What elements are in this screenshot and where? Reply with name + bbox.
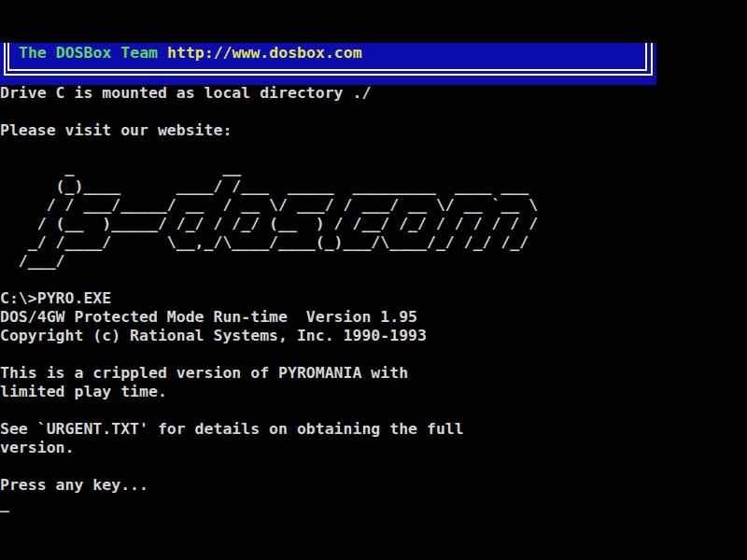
jsdos-ascii-logo: _ __ (_)____ ____/ /___ _____ _________ …: [0, 159, 747, 271]
press-any-key-line: Press any key...: [0, 476, 747, 495]
copyright-line: Copyright (c) Rational Systems, Inc. 199…: [0, 327, 747, 345]
dosbox-terminal-screen[interactable]: The DOSBox Teamhttp://www.dosbox.com Dri…: [0, 0, 747, 560]
urgent-txt-line-2: version.: [0, 439, 747, 457]
terminal-cursor: _: [0, 495, 747, 513]
blank-row: [0, 457, 747, 476]
dosbox-welcome-banner: The DOSBox Teamhttp://www.dosbox.com: [0, 43, 656, 85]
blank-row: [0, 140, 747, 159]
banner-border-bottom-inner: [9, 69, 647, 71]
blank-row: [0, 271, 747, 289]
dosbox-team-label: The DOSBox Team: [19, 44, 158, 62]
banner-border-bottom-outer: [4, 74, 653, 76]
banner-text: The DOSBox Teamhttp://www.dosbox.com: [19, 44, 362, 63]
crippled-version-line-2: limited play time.: [0, 383, 747, 401]
banner-border-left-outer: [4, 43, 6, 76]
crippled-version-line-1: This is a crippled version of PYROMANIA …: [0, 364, 747, 383]
blank-row: [0, 345, 747, 364]
blank-row: [0, 103, 747, 121]
command-prompt-line: C:\>PYRO.EXE: [0, 289, 747, 308]
terminal-output: Drive C is mounted as local directory ./…: [0, 84, 747, 513]
website-message: Please visit our website:: [0, 121, 747, 140]
blank-row: [0, 401, 747, 420]
urgent-txt-line-1: See `URGENT.TXT' for details on obtainin…: [0, 420, 747, 439]
banner-border-left-inner: [7, 43, 9, 71]
mount-message: Drive C is mounted as local directory ./: [0, 84, 747, 103]
banner-border-right-inner: [645, 43, 647, 71]
dosbox-website-url: http://www.dosbox.com: [167, 44, 362, 62]
dos4gw-runtime-line: DOS/4GW Protected Mode Run-time Version …: [0, 308, 747, 327]
banner-border-right-outer: [651, 43, 653, 76]
